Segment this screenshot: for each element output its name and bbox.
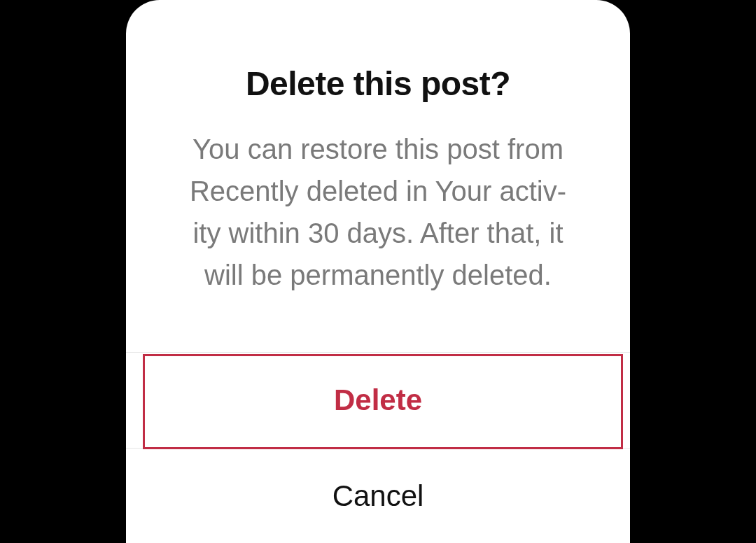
dialog-actions: Delete Cancel [126,352,630,543]
cancel-button[interactable]: Cancel [126,449,630,543]
delete-post-dialog: Delete this post? You can restore this p… [126,0,630,543]
dialog-title: Delete this post? [126,0,630,128]
delete-button-label: Delete [334,383,422,417]
dialog-body-text: You can restore this post from Recently … [126,128,630,352]
delete-button[interactable]: Delete [126,353,630,448]
cancel-button-label: Cancel [332,479,424,513]
